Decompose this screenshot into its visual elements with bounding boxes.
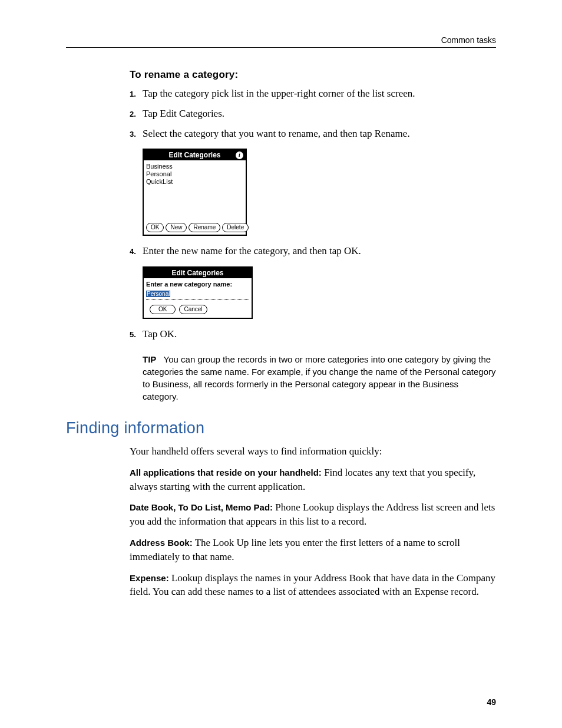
step-text: Tap the category pick list in the upper-… — [143, 87, 415, 101]
definition-item: Date Book, To Do List, Memo Pad: Phone L… — [130, 500, 496, 529]
definition-item: All applications that reside on your han… — [130, 466, 496, 494]
rename-prompt: Enter a new category name: — [144, 278, 252, 288]
definition-term: All applications that reside on your han… — [130, 467, 322, 477]
page: Common tasks To rename a category: 1. Ta… — [0, 0, 562, 728]
dialog-titlebar: Edit Categories i — [144, 150, 246, 160]
edit-categories-dialog: Edit Categories i Business Personal Quic… — [143, 149, 247, 236]
definition-term: Date Book, To Do List, Memo Pad: — [130, 502, 273, 512]
info-icon[interactable]: i — [236, 151, 243, 159]
tip-box: TIP You can group the records in two or … — [143, 353, 496, 403]
rename-category-dialog: Edit Categories Enter a new category nam… — [143, 266, 253, 319]
procedure-heading: To rename a category: — [130, 69, 496, 81]
step-5: 5. Tap OK. — [130, 327, 496, 341]
ok-button[interactable]: OK — [150, 305, 176, 314]
step-number: 5. — [130, 330, 143, 339]
step-text: Tap Edit Categories. — [143, 107, 224, 121]
category-item[interactable]: Business — [146, 163, 243, 170]
input-underline — [146, 299, 249, 300]
step-text: Enter the new name for the category, and… — [143, 244, 361, 258]
content-column: To rename a category: 1. Tap the categor… — [130, 69, 496, 403]
definition-text: Lookup displays the names in your Addres… — [130, 572, 495, 598]
intro-paragraph: Your handheld offers several ways to fin… — [130, 444, 496, 459]
rename-button[interactable]: Rename — [189, 223, 220, 232]
definition-item: Expense: Lookup displays the names in yo… — [130, 571, 496, 599]
dialog-button-row: OK New Rename Delete — [144, 220, 246, 235]
definition-term: Expense: — [130, 573, 169, 583]
definition-item: Address Book: The Look Up line lets you … — [130, 536, 496, 564]
tip-text: You can group the records in two or more… — [143, 354, 496, 401]
delete-button[interactable]: Delete — [222, 223, 249, 232]
header-text: Common tasks — [441, 35, 496, 45]
page-number: 49 — [487, 697, 496, 707]
dialog-title: Edit Categories — [144, 268, 252, 278]
dialog-button-row: OK Cancel — [144, 301, 252, 318]
section-heading: Finding information — [66, 419, 496, 437]
category-name-input[interactable]: Personal — [144, 288, 252, 301]
step-text: Tap OK. — [143, 327, 177, 341]
step-number: 1. — [130, 90, 143, 98]
new-button[interactable]: New — [166, 223, 187, 232]
running-header: Common tasks — [66, 35, 496, 48]
input-value: Personal — [146, 291, 170, 297]
category-item[interactable]: Personal — [146, 170, 243, 178]
section-body: Your handheld offers several ways to fin… — [130, 444, 496, 599]
step-number: 2. — [130, 110, 143, 118]
ok-button[interactable]: OK — [146, 223, 164, 232]
dialog-title: Edit Categories — [154, 151, 236, 159]
step-number: 3. — [130, 130, 143, 139]
category-item[interactable]: QuickList — [146, 178, 243, 186]
step-3: 3. Select the category that you want to … — [130, 127, 496, 141]
step-2: 2. Tap Edit Categories. — [130, 107, 496, 121]
category-list: Business Personal QuickList — [144, 160, 246, 220]
tip-label: TIP — [143, 354, 156, 364]
step-number: 4. — [130, 247, 143, 256]
step-4: 4. Enter the new name for the category, … — [130, 244, 496, 258]
step-text: Select the category that you want to ren… — [143, 127, 410, 141]
definition-term: Address Book: — [130, 538, 193, 548]
cancel-button[interactable]: Cancel — [179, 305, 207, 314]
step-1: 1. Tap the category pick list in the upp… — [130, 87, 496, 101]
